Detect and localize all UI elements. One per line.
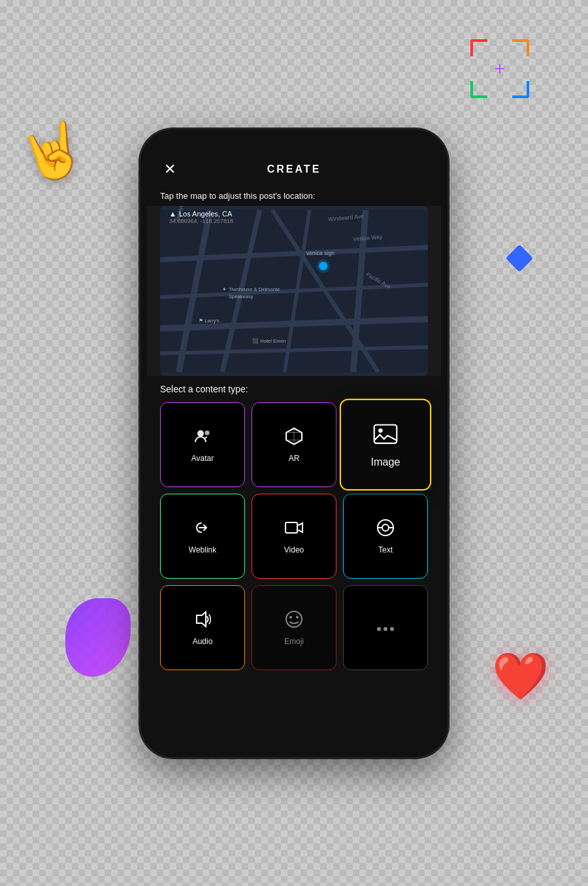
content-type-grid: Avatar AR (160, 402, 428, 670)
scan-corner-tl (470, 39, 487, 56)
content-type-section: Select a content type: Avatar (147, 376, 441, 751)
ar-icon (284, 426, 304, 450)
weblink-label: Weblink (189, 545, 216, 554)
video-icon (284, 518, 304, 541)
audio-label: Audio (193, 637, 213, 646)
map-location-label: ▲ Los Angeles, CA (169, 210, 232, 218)
text-icon (376, 518, 395, 541)
blue-diamond-decoration (506, 245, 533, 272)
location-city: Los Angeles, CA (179, 210, 232, 218)
svg-text:Tiwnhouse & Delmonte: Tiwnhouse & Delmonte (229, 286, 280, 292)
tile-more[interactable] (343, 585, 428, 670)
rock-hand-emoji: 🤘 (15, 116, 90, 188)
phone-screen: ✕ CREATE Tap the map to adjust this post… (147, 136, 441, 751)
scan-corner-bl (470, 81, 487, 98)
ar-label: AR (289, 454, 300, 463)
phone-mockup: ✕ CREATE Tap the map to adjust this post… (140, 129, 448, 757)
scan-corner-br (512, 81, 529, 98)
image-icon (373, 421, 399, 451)
video-label: Video (284, 545, 304, 554)
svg-point-33 (289, 616, 292, 619)
map-coordinates: 34.086964, -118.267818 (169, 218, 233, 224)
svg-marker-31 (197, 612, 206, 626)
phone-body: ✕ CREATE Tap the map to adjust this post… (140, 129, 448, 757)
svg-point-28 (382, 524, 389, 531)
image-label: Image (370, 456, 400, 468)
avatar-icon (193, 426, 212, 450)
svg-text:⬛ Hotel Erwin: ⬛ Hotel Erwin (252, 337, 286, 344)
text-label: Text (378, 545, 393, 554)
scan-corner-tr (512, 39, 529, 56)
purple-blob-decoration (65, 598, 131, 677)
more-icon (376, 619, 395, 637)
status-bar (147, 136, 441, 156)
svg-point-25 (378, 428, 382, 432)
weblink-icon (193, 518, 212, 541)
scan-plus-icon: + (495, 58, 505, 79)
map-container[interactable]: Zephyr Ct Windward Ave Venice Way Pacifi… (160, 206, 428, 376)
location-arrow-icon: ▲ (169, 210, 176, 218)
svg-point-21 (316, 259, 330, 273)
svg-text:venice sign: venice sign (306, 249, 335, 256)
close-icon: ✕ (164, 161, 176, 178)
app-header: ✕ CREATE (147, 156, 441, 183)
tile-avatar[interactable]: Avatar (160, 402, 245, 487)
svg-rect-24 (374, 424, 397, 443)
svg-rect-26 (286, 522, 297, 533)
svg-point-35 (377, 627, 381, 631)
tile-emoji[interactable]: Emoji (252, 585, 336, 670)
svg-text:⚑ Larry's: ⚑ Larry's (199, 317, 220, 323)
svg-text:Speakeasy: Speakeasy (229, 294, 253, 299)
tile-image[interactable]: Image (340, 398, 431, 490)
emoji-icon (284, 609, 304, 633)
tile-ar[interactable]: AR (252, 402, 336, 487)
content-section-title: Select a content type: (160, 384, 428, 394)
svg-point-22 (197, 430, 204, 437)
tile-weblink[interactable]: Weblink (160, 494, 245, 579)
svg-point-34 (296, 616, 299, 619)
tile-audio[interactable]: Audio (160, 585, 245, 670)
svg-point-37 (390, 627, 394, 631)
page-title: CREATE (267, 163, 321, 175)
tile-video[interactable]: Video (252, 494, 336, 579)
tile-text[interactable]: Text (343, 494, 428, 579)
map-svg: Zephyr Ct Windward Ave Venice Way Pacifi… (160, 206, 428, 376)
heart-emoji: ❤️ (492, 649, 549, 703)
audio-icon (193, 609, 212, 633)
svg-point-32 (286, 611, 302, 627)
map-instruction-text: Tap the map to adjust this post's locati… (147, 183, 441, 206)
close-button[interactable]: ✕ (160, 160, 180, 179)
svg-point-36 (384, 627, 387, 631)
scan-icon-decoration: + (470, 39, 529, 98)
emoji-label: Emoji (284, 637, 304, 646)
svg-point-23 (205, 430, 210, 435)
avatar-label: Avatar (191, 454, 214, 463)
map-background: Zephyr Ct Windward Ave Venice Way Pacifi… (160, 206, 428, 376)
svg-text:✦: ✦ (222, 286, 227, 292)
